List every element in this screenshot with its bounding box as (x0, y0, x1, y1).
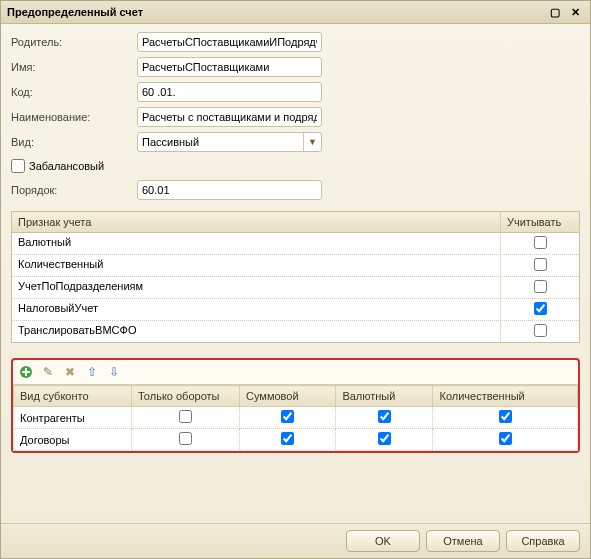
sum-checkbox[interactable] (281, 410, 294, 423)
col-turnover: Только обороты (132, 386, 240, 407)
col-use: Учитывать (501, 212, 579, 232)
turnover-checkbox[interactable] (179, 410, 192, 423)
table-row: Валютный (12, 233, 579, 255)
close-icon[interactable]: ✕ (566, 4, 584, 20)
name-label: Имя: (11, 61, 131, 73)
name-field[interactable] (137, 57, 322, 77)
col-subconto-kind: Вид субконто (14, 386, 132, 407)
col-currency: Валютный (336, 386, 433, 407)
prop-checkbox[interactable] (534, 258, 547, 271)
col-property: Признак учета (12, 212, 501, 232)
parent-label: Родитель: (11, 36, 131, 48)
col-sum: Суммовой (240, 386, 336, 407)
edit-icon[interactable]: ✎ (39, 363, 57, 381)
maximize-icon[interactable]: ▢ (546, 4, 564, 20)
turnover-checkbox[interactable] (179, 432, 192, 445)
move-up-icon[interactable]: ⇧ (83, 363, 101, 381)
order-field[interactable] (137, 180, 322, 200)
table-row: УчетПоПодразделениям (12, 277, 579, 299)
cancel-button[interactable]: Отмена (426, 530, 500, 552)
code-label: Код: (11, 86, 131, 98)
table-row: Договоры (14, 429, 578, 451)
table-row: Количественный (12, 255, 579, 277)
offbalance-checkbox[interactable] (11, 159, 25, 173)
table-row: Контрагенты (14, 407, 578, 429)
qty-checkbox[interactable] (499, 410, 512, 423)
prop-checkbox[interactable] (534, 324, 547, 337)
prop-checkbox[interactable] (534, 302, 547, 315)
prop-checkbox[interactable] (534, 236, 547, 249)
table-row: НалоговыйУчет (12, 299, 579, 321)
parent-field[interactable] (137, 32, 322, 52)
page-title: Предопределенный счет (7, 6, 544, 18)
help-button[interactable]: Справка (506, 530, 580, 552)
ok-button[interactable]: OK (346, 530, 420, 552)
table-row: ТранслироватьВМСФО (12, 321, 579, 342)
order-label: Порядок: (11, 184, 131, 196)
code-field[interactable] (137, 82, 322, 102)
col-qty: Количественный (433, 386, 578, 407)
desc-field[interactable] (137, 107, 322, 127)
desc-label: Наименование: (11, 111, 131, 123)
sum-checkbox[interactable] (281, 432, 294, 445)
kind-label: Вид: (11, 136, 131, 148)
move-down-icon[interactable]: ⇩ (105, 363, 123, 381)
delete-icon[interactable]: ✖ (61, 363, 79, 381)
prop-checkbox[interactable] (534, 280, 547, 293)
offbalance-label: Забалансовый (29, 160, 104, 172)
currency-checkbox[interactable] (378, 410, 391, 423)
add-icon[interactable] (17, 363, 35, 381)
properties-grid: Признак учета Учитывать Валютный Количес… (11, 211, 580, 343)
currency-checkbox[interactable] (378, 432, 391, 445)
qty-checkbox[interactable] (499, 432, 512, 445)
subconto-panel: ✎ ✖ ⇧ ⇩ Вид субконто Только обороты Сумм… (11, 358, 580, 453)
kind-select[interactable]: Пассивный (137, 132, 322, 152)
